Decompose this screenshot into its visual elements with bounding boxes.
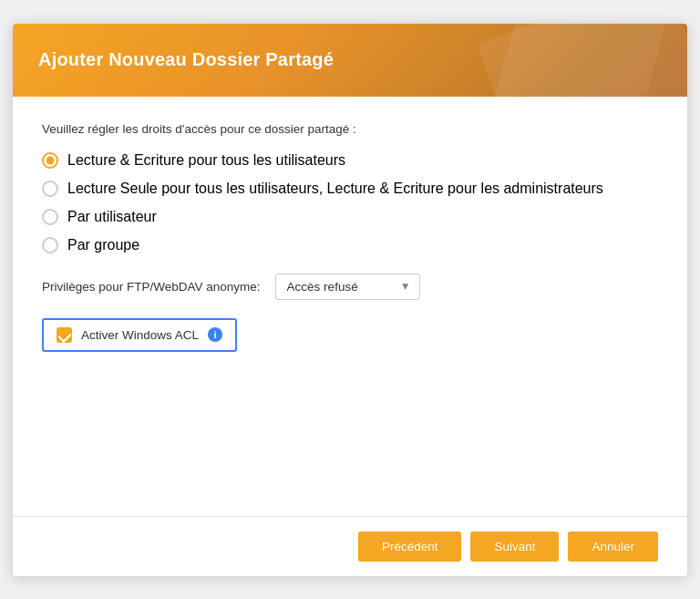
dialog-title: Ajouter Nouveau Dossier Partagé bbox=[38, 49, 334, 70]
radio-item-4[interactable]: Par groupe bbox=[42, 237, 658, 253]
privilege-label: Privilèges pour FTP/WebDAV anonyme: bbox=[42, 280, 261, 294]
info-icon[interactable]: i bbox=[208, 327, 222, 342]
dialog-body: Veuillez régler les droits d'accès pour … bbox=[13, 97, 687, 516]
radio-input-3[interactable] bbox=[42, 209, 58, 225]
radio-label-3: Par utilisateur bbox=[67, 209, 157, 225]
checkbox-label: Activer Windows ACL bbox=[81, 328, 199, 342]
cancel-button[interactable]: Annuler bbox=[568, 532, 658, 562]
radio-label-4: Par groupe bbox=[67, 237, 139, 253]
section-label: Veuillez régler les droits d'accès pour … bbox=[42, 122, 658, 136]
radio-label-1: Lecture & Ecriture pour tous les utilisa… bbox=[67, 152, 345, 169]
next-button[interactable]: Suivant bbox=[470, 532, 559, 562]
radio-label-2: Lecture Seule pour tous les utilisateurs… bbox=[67, 181, 603, 197]
dialog-container: Ajouter Nouveau Dossier Partagé Veuillez… bbox=[13, 24, 687, 576]
dropdown-wrapper: Accès refusé Lecture seule Lecture & Ecr… bbox=[275, 274, 420, 300]
radio-input-4[interactable] bbox=[42, 237, 58, 253]
radio-item-3[interactable]: Par utilisateur bbox=[42, 209, 658, 225]
dialog-footer: Précédent Suivant Annuler bbox=[13, 516, 687, 576]
privilege-dropdown[interactable]: Accès refusé Lecture seule Lecture & Ecr… bbox=[275, 274, 420, 300]
radio-input-1[interactable] bbox=[42, 152, 58, 169]
prev-button[interactable]: Précédent bbox=[358, 532, 462, 562]
radio-group: Lecture & Ecriture pour tous les utilisa… bbox=[42, 152, 658, 253]
dialog-header: Ajouter Nouveau Dossier Partagé bbox=[13, 24, 687, 97]
privilege-row: Privilèges pour FTP/WebDAV anonyme: Accè… bbox=[42, 274, 658, 300]
acl-checkbox[interactable] bbox=[57, 327, 72, 343]
radio-item-2[interactable]: Lecture Seule pour tous les utilisateurs… bbox=[42, 181, 658, 197]
checkbox-section[interactable]: Activer Windows ACL i bbox=[42, 318, 237, 352]
radio-input-2[interactable] bbox=[42, 181, 58, 197]
radio-item-1[interactable]: Lecture & Ecriture pour tous les utilisa… bbox=[42, 152, 658, 169]
